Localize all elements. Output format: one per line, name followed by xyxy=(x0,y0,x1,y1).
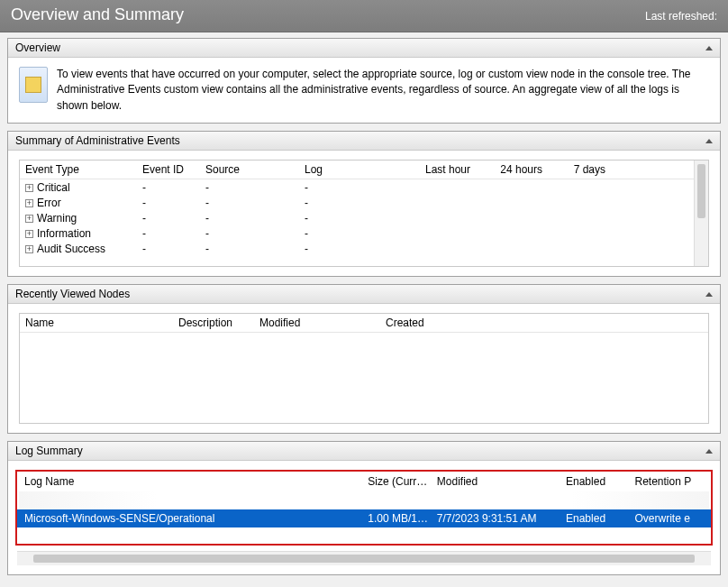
sae-source: - xyxy=(205,227,305,240)
last-refreshed-label: Last refreshed: xyxy=(645,10,717,23)
sae-type: Critical xyxy=(37,181,70,194)
sae-source: - xyxy=(205,197,305,209)
sae-event-id: - xyxy=(142,212,205,225)
title-bar: Overview and Summary Last refreshed: xyxy=(0,0,728,32)
ls-enabled: Enabled xyxy=(566,512,635,525)
page-title: Overview and Summary xyxy=(11,5,184,24)
ls-log-name: Microsoft-Windows-SENSE/Operational xyxy=(24,512,368,525)
col-enabled[interactable]: Enabled xyxy=(566,475,635,488)
rvn-column-headers[interactable]: Name Description Modified Created xyxy=(20,314,708,333)
recently-viewed-header[interactable]: Recently Viewed Nodes xyxy=(8,285,720,304)
sae-type: Warning xyxy=(37,212,77,225)
col-24-hours[interactable]: 24 hours xyxy=(476,163,548,176)
sae-event-id: - xyxy=(142,227,205,240)
recently-viewed-table: Name Description Modified Created xyxy=(19,313,709,424)
sae-type: Information xyxy=(37,227,91,240)
summary-admin-events-label: Summary of Administrative Events xyxy=(15,134,180,147)
horizontal-scrollbar[interactable] xyxy=(17,551,711,565)
expand-icon[interactable]: + xyxy=(25,215,33,223)
rvn-rows-empty xyxy=(20,333,708,423)
ls-row-blurred[interactable] xyxy=(19,491,709,509)
sae-log: - xyxy=(305,227,404,240)
sae-source: - xyxy=(205,212,305,225)
recently-viewed-panel: Recently Viewed Nodes Name Description M… xyxy=(7,284,721,434)
col-event-id[interactable]: Event ID xyxy=(142,163,205,176)
summary-admin-events-table: Event Type Event ID Source Log Last hour… xyxy=(19,160,709,267)
ls-row-selected[interactable]: Microsoft-Windows-SENSE/Operational 1.00… xyxy=(17,509,711,527)
overview-panel-header[interactable]: Overview xyxy=(8,39,720,58)
overview-panel: Overview To view events that have occurr… xyxy=(7,38,721,124)
log-summary-label: Log Summary xyxy=(15,445,83,457)
sae-column-headers[interactable]: Event Type Event ID Source Log Last hour… xyxy=(20,161,708,179)
sae-event-id: - xyxy=(142,243,205,255)
col-created[interactable]: Created xyxy=(386,316,512,329)
sae-row[interactable]: +Warning - - - xyxy=(20,210,708,225)
col-7-days[interactable]: 7 days xyxy=(548,163,611,176)
col-log-name[interactable]: Log Name xyxy=(24,475,368,488)
expand-icon[interactable]: + xyxy=(25,230,33,238)
sae-type: Audit Success xyxy=(37,243,105,255)
sae-source: - xyxy=(205,243,305,255)
summary-admin-events-panel: Summary of Administrative Events Event T… xyxy=(7,131,721,277)
col-retention[interactable]: Retention P xyxy=(635,475,705,488)
sae-log: - xyxy=(305,197,404,209)
sae-row[interactable]: +Information - - - xyxy=(20,225,708,241)
sae-source: - xyxy=(205,181,305,194)
ls-modified: 7/7/2023 9:31:51 AM xyxy=(437,512,566,525)
col-source[interactable]: Source xyxy=(205,163,305,176)
sae-event-id: - xyxy=(142,197,205,209)
log-summary-header[interactable]: Log Summary xyxy=(8,442,720,461)
sae-log: - xyxy=(305,181,404,194)
sae-log: - xyxy=(305,212,404,225)
col-size[interactable]: Size (Curr… xyxy=(368,475,437,488)
col-event-type[interactable]: Event Type xyxy=(25,163,142,176)
ls-retention: Overwrite e xyxy=(635,512,705,525)
ls-column-headers[interactable]: Log Name Size (Curr… Modified Enabled Re… xyxy=(17,472,711,491)
col-last-hour[interactable]: Last hour xyxy=(404,163,476,176)
overview-text: To view events that have occurred on you… xyxy=(57,67,709,114)
expand-icon[interactable]: + xyxy=(25,184,33,192)
collapse-caret-icon[interactable] xyxy=(705,46,713,50)
collapse-caret-icon[interactable] xyxy=(705,139,713,143)
sae-type: Error xyxy=(37,197,61,209)
col-log[interactable]: Log xyxy=(305,163,404,176)
col-description[interactable]: Description xyxy=(178,316,259,329)
vertical-scrollbar[interactable] xyxy=(694,161,708,266)
sae-row[interactable]: +Audit Success - - - xyxy=(20,241,708,256)
collapse-caret-icon[interactable] xyxy=(705,292,713,297)
expand-icon[interactable]: + xyxy=(25,199,33,207)
log-summary-panel: Log Summary Log Name Size (Curr… Modifie… xyxy=(7,441,721,575)
log-summary-table: Log Name Size (Curr… Modified Enabled Re… xyxy=(15,470,713,546)
overview-icon xyxy=(19,67,48,103)
sae-row[interactable]: +Critical - - - xyxy=(20,179,708,195)
col-name[interactable]: Name xyxy=(25,316,178,329)
summary-admin-events-header[interactable]: Summary of Administrative Events xyxy=(8,132,720,151)
recently-viewed-label: Recently Viewed Nodes xyxy=(15,288,130,300)
sae-event-id: - xyxy=(142,181,205,194)
sae-row[interactable]: +Error - - - xyxy=(20,195,708,210)
overview-header-label: Overview xyxy=(15,41,60,54)
expand-icon[interactable]: + xyxy=(25,245,33,253)
collapse-caret-icon[interactable] xyxy=(705,449,713,454)
ls-size: 1.00 MB/1… xyxy=(368,512,437,525)
col-modified[interactable]: Modified xyxy=(259,316,386,329)
sae-log: - xyxy=(305,243,404,255)
col-modified[interactable]: Modified xyxy=(437,475,566,488)
ls-row-empty xyxy=(17,527,711,544)
